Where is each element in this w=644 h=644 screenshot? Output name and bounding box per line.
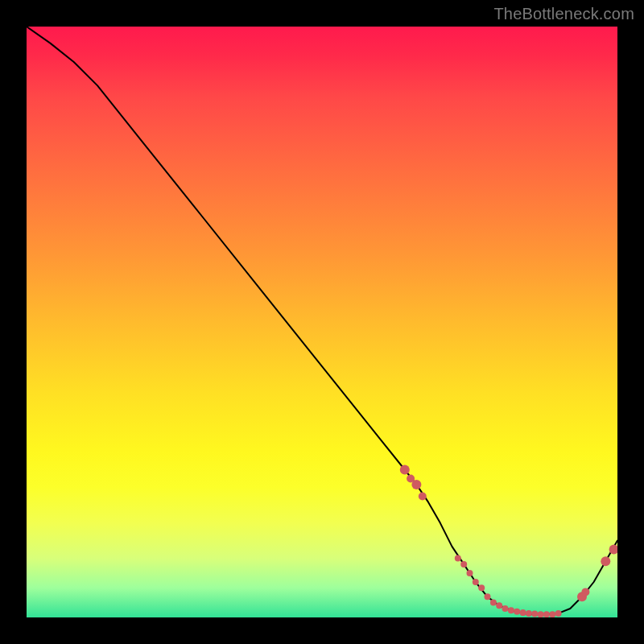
scatter-point [455, 555, 461, 562]
scatter-point [460, 561, 467, 568]
scatter-point [520, 609, 526, 616]
chart-stage: TheBottleneck.com [0, 0, 644, 644]
scatter-point [490, 600, 497, 606]
scatter-point [400, 465, 410, 475]
scatter-point [502, 605, 509, 612]
scatter-point [543, 611, 550, 617]
scatter-point [473, 579, 479, 585]
scatter-point [581, 588, 589, 596]
scatter-point [601, 556, 610, 566]
scatter-point [514, 609, 520, 615]
watermark-text: TheBottleneck.com [493, 5, 634, 23]
scatter-group [400, 465, 617, 618]
scatter-point [549, 611, 555, 617]
chart-overlay-svg [27, 27, 617, 617]
scatter-point [531, 611, 538, 617]
scatter-point [526, 610, 532, 617]
plot-area [27, 27, 617, 617]
scatter-point [467, 570, 473, 576]
scatter-point [419, 493, 427, 501]
bottleneck-curve [27, 27, 617, 614]
scatter-point [538, 611, 544, 617]
scatter-point [411, 480, 421, 489]
scatter-point [555, 610, 562, 617]
scatter-point [508, 607, 514, 613]
scatter-point [478, 584, 485, 591]
scatter-point [496, 602, 502, 609]
scatter-point [485, 593, 491, 600]
